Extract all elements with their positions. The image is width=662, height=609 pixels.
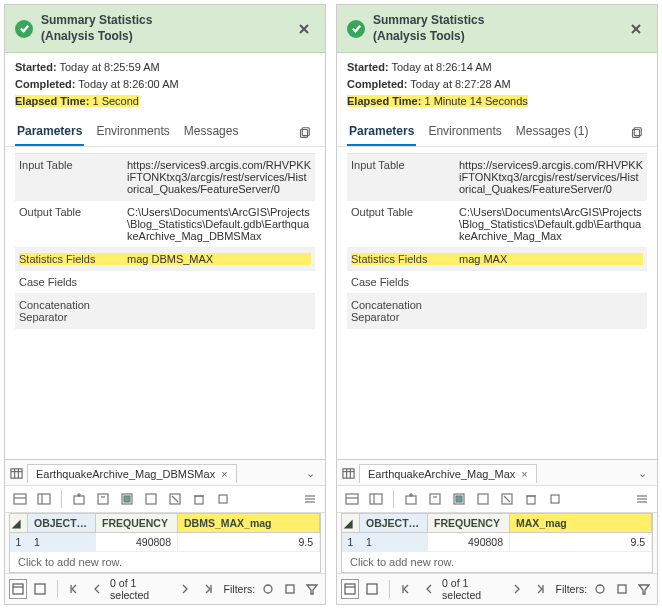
cell[interactable]: 1	[360, 533, 428, 551]
clear-button[interactable]	[496, 488, 518, 510]
add-button[interactable]	[68, 488, 90, 510]
copy-button[interactable]	[625, 122, 647, 144]
add-button[interactable]	[400, 488, 422, 510]
menu-button[interactable]	[631, 488, 653, 510]
first-button[interactable]	[398, 579, 416, 599]
clear-button[interactable]	[164, 488, 186, 510]
selection-view-button[interactable]	[33, 488, 55, 510]
prev-button[interactable]	[420, 579, 438, 599]
close-button[interactable]	[625, 18, 647, 40]
param-key: Concatenation Separator	[351, 299, 459, 323]
column-header[interactable]: FREQUENCY	[96, 514, 178, 532]
data-grid[interactable]: ◢ OBJECTID * FREQUENCY DBMS_MAX_mag 1 1 …	[9, 513, 321, 573]
prev-button[interactable]	[88, 579, 106, 599]
last-button[interactable]	[530, 579, 548, 599]
svg-rect-51	[430, 494, 440, 504]
last-button[interactable]	[198, 579, 216, 599]
filter-extent-button[interactable]	[613, 579, 631, 599]
close-tab-button[interactable]: ×	[521, 468, 527, 480]
table-tab[interactable]: EarthquakeArchive_Mag_Max ×	[359, 464, 537, 483]
field-view-button[interactable]	[9, 488, 31, 510]
meta-block: Started: Today at 8:25:59 AM Completed: …	[5, 53, 325, 114]
started-label: Started:	[347, 61, 389, 73]
chevron-down-icon[interactable]: ⌄	[632, 467, 653, 480]
add-row-prompt[interactable]: Click to add new row.	[10, 552, 320, 572]
row-index[interactable]: 1	[342, 533, 360, 551]
started-value: Today at 8:25:59 AM	[59, 61, 159, 73]
tab-bar: Parameters Environments Messages (1)	[337, 114, 657, 147]
separator	[393, 490, 394, 508]
table-row[interactable]: 1 1 490808 9.5	[342, 533, 652, 552]
close-button[interactable]	[293, 18, 315, 40]
table-row[interactable]: 1 1 490808 9.5	[10, 533, 320, 552]
field-view-button[interactable]	[341, 488, 363, 510]
filter-extent-button[interactable]	[281, 579, 299, 599]
selection-status: 0 of 1 selected	[442, 577, 503, 601]
param-value: C:\Users\Documents\ArcGIS\Projects\Blog_…	[127, 206, 311, 242]
delete-button[interactable]	[520, 488, 542, 510]
add-row-prompt[interactable]: Click to add new row.	[342, 552, 652, 572]
show-selected-button[interactable]	[363, 579, 381, 599]
select-button[interactable]	[116, 488, 138, 510]
selection-view-button[interactable]	[365, 488, 387, 510]
column-header[interactable]: MAX_mag	[510, 514, 652, 532]
column-header[interactable]: OBJECTID *	[360, 514, 428, 532]
tab-environments[interactable]: Environments	[426, 120, 503, 146]
tab-parameters[interactable]: Parameters	[15, 120, 84, 146]
column-header[interactable]: DBMS_MAX_mag	[178, 514, 320, 532]
copy-button[interactable]	[544, 488, 566, 510]
svg-rect-15	[98, 494, 108, 504]
svg-point-69	[596, 585, 604, 593]
started-label: Started:	[15, 61, 57, 73]
cell[interactable]: 1	[28, 533, 96, 551]
next-button[interactable]	[508, 579, 526, 599]
svg-point-33	[264, 585, 272, 593]
tool-title: Summary Statistics (Analysis Tools)	[41, 13, 152, 44]
cell[interactable]: 490808	[428, 533, 510, 551]
svg-rect-46	[370, 494, 382, 504]
separator	[389, 580, 390, 598]
table-tab-label: EarthquakeArchive_Mag_DBMSMax	[36, 468, 215, 480]
tab-environments[interactable]: Environments	[94, 120, 171, 146]
menu-button[interactable]	[299, 488, 321, 510]
show-all-button[interactable]	[9, 579, 27, 599]
cell[interactable]: 9.5	[510, 533, 652, 551]
row-select-header[interactable]: ◢	[342, 514, 360, 532]
cell[interactable]: 490808	[96, 533, 178, 551]
delete-button[interactable]	[188, 488, 210, 510]
close-tab-button[interactable]: ×	[221, 468, 227, 480]
filter-time-button[interactable]	[259, 579, 277, 599]
chevron-down-icon[interactable]: ⌄	[300, 467, 321, 480]
first-button[interactable]	[66, 579, 84, 599]
show-selected-button[interactable]	[31, 579, 49, 599]
show-all-button[interactable]	[341, 579, 359, 599]
row-select-header[interactable]: ◢	[10, 514, 28, 532]
column-header[interactable]: OBJECTID *	[28, 514, 96, 532]
table-tab[interactable]: EarthquakeArchive_Mag_DBMSMax ×	[27, 464, 237, 483]
select-button[interactable]	[448, 488, 470, 510]
svg-line-57	[504, 496, 510, 502]
svg-line-21	[172, 496, 178, 502]
svg-rect-58	[527, 496, 535, 504]
zoom-button[interactable]	[472, 488, 494, 510]
data-grid[interactable]: ◢ OBJECTID * FREQUENCY MAX_mag 1 1 49080…	[341, 513, 653, 573]
copy-button[interactable]	[293, 122, 315, 144]
column-header[interactable]: FREQUENCY	[428, 514, 510, 532]
filter-funnel-button[interactable]	[303, 579, 321, 599]
tab-messages[interactable]: Messages (1)	[514, 120, 591, 146]
calculate-button[interactable]	[424, 488, 446, 510]
tab-messages[interactable]: Messages	[182, 120, 241, 146]
filter-funnel-button[interactable]	[635, 579, 653, 599]
svg-rect-38	[633, 130, 640, 138]
row-index[interactable]: 1	[10, 533, 28, 551]
copy-button[interactable]	[212, 488, 234, 510]
selection-status: 0 of 1 selected	[110, 577, 171, 601]
cell[interactable]: 9.5	[178, 533, 320, 551]
next-button[interactable]	[176, 579, 194, 599]
calculate-button[interactable]	[92, 488, 114, 510]
tab-parameters[interactable]: Parameters	[347, 120, 416, 146]
filter-time-button[interactable]	[591, 579, 609, 599]
tool-title: Summary Statistics (Analysis Tools)	[373, 13, 484, 44]
param-key: Output Table	[351, 206, 459, 218]
zoom-button[interactable]	[140, 488, 162, 510]
